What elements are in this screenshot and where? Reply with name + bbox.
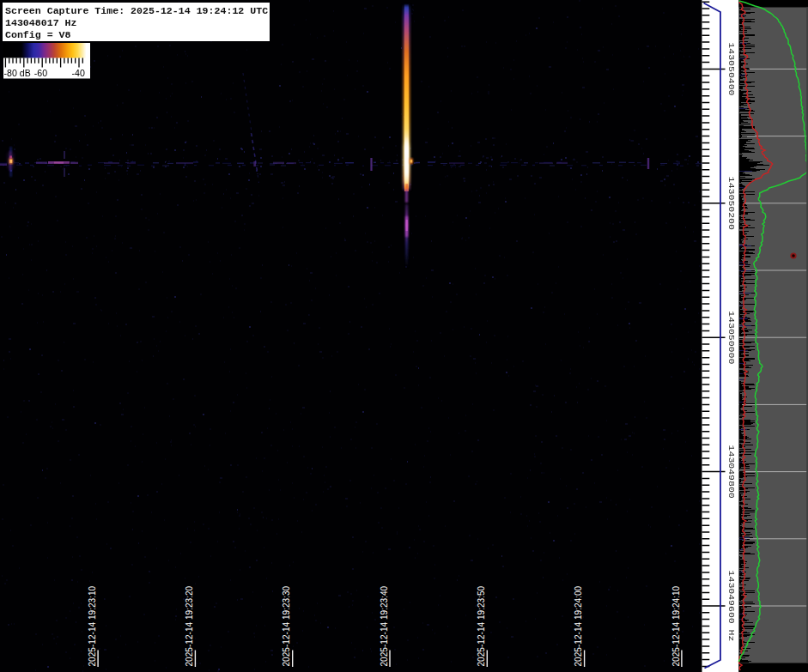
svg-text:2025-12-14 19:24:00: 2025-12-14 19:24:00 <box>574 585 583 666</box>
svg-text:143049800: 143049800 <box>726 445 736 499</box>
svg-text:143050400: 143050400 <box>726 42 736 95</box>
svg-text:Screen Capture Time: 2025-12-1: Screen Capture Time: 2025-12-14 19:24:12… <box>5 5 268 16</box>
svg-text:2025-12-14 19:23:20: 2025-12-14 19:23:20 <box>185 585 194 666</box>
svg-text:143050000: 143050000 <box>726 311 736 364</box>
svg-text:-60: -60 <box>34 68 47 78</box>
svg-text:2025-12-14 19:23:40: 2025-12-14 19:23:40 <box>380 585 389 666</box>
svg-text:2025-12-14 19:23:30: 2025-12-14 19:23:30 <box>282 585 291 666</box>
svg-text:2025-12-14 19:24:10: 2025-12-14 19:24:10 <box>671 585 681 666</box>
svg-text:2025-12-14 19:23:50: 2025-12-14 19:23:50 <box>477 585 486 666</box>
svg-text:Config = V8: Config = V8 <box>5 29 71 40</box>
svg-text:143048017 Hz: 143048017 Hz <box>5 17 77 28</box>
svg-text:143050200: 143050200 <box>726 177 736 230</box>
svg-text:2025-12-14 19:23:10: 2025-12-14 19:23:10 <box>88 585 97 666</box>
svg-text:-80 dB: -80 dB <box>4 68 31 78</box>
svg-text:143049600 Hz: 143049600 Hz <box>726 571 736 642</box>
svg-text:-40: -40 <box>72 68 85 78</box>
